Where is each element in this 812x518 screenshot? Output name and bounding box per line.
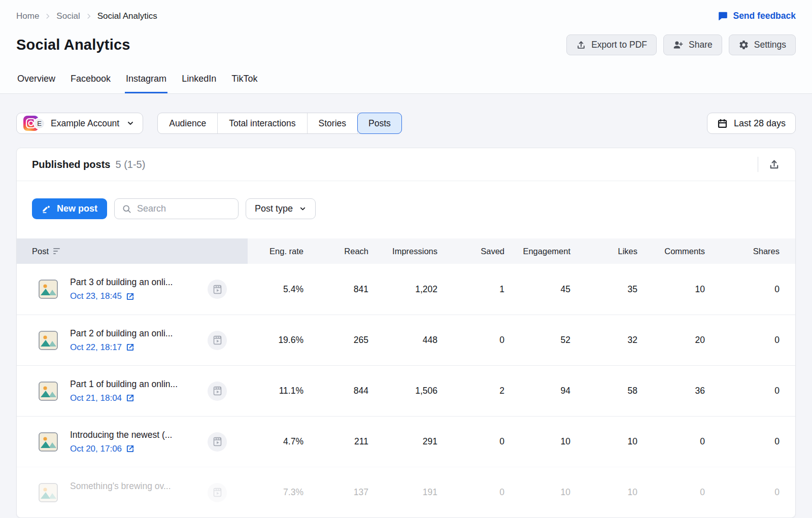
share-button[interactable]: Share (663, 34, 722, 55)
column-header-impressions[interactable]: Impressions (368, 247, 437, 256)
column-header-saved[interactable]: Saved (437, 247, 504, 256)
segment-total-interactions[interactable]: Total interactions (218, 113, 307, 133)
cell-likes: 32 (570, 335, 637, 346)
new-post-label: New post (57, 203, 97, 214)
column-header-likes[interactable]: Likes (570, 247, 637, 256)
cell-impressions: 1,506 (368, 386, 437, 396)
settings-label: Settings (754, 40, 786, 50)
segment-stories[interactable]: Stories (308, 113, 358, 133)
column-header-engagement[interactable]: Engagement (504, 247, 570, 256)
reel-type-icon (208, 432, 227, 452)
tab-facebook[interactable]: Facebook (70, 74, 112, 93)
cell-reach: 844 (303, 386, 368, 396)
cell-eng-rate: 4.7% (248, 436, 303, 447)
post-text-block: Part 1 of building an onlin... Oct 21, 1… (70, 379, 204, 403)
table-row[interactable]: Introducing the newest (... Oct 20, 17:0… (17, 416, 795, 467)
tab-instagram[interactable]: Instagram (125, 74, 167, 93)
post-text-block: Part 2 of building an onli... Oct 22, 18… (70, 328, 204, 353)
external-link-icon (126, 343, 134, 352)
cell-impressions: 1,202 (368, 284, 437, 295)
cell-shares: 0 (705, 436, 795, 447)
post-date-link[interactable]: Oct 22, 18:17 (70, 342, 204, 353)
send-feedback-link[interactable]: Send feedback (718, 11, 796, 21)
post-date-link[interactable]: Oct 23, 18:45 (70, 291, 204, 301)
account-selector[interactable]: E Example Account (16, 113, 143, 134)
post-title-link[interactable]: Something's brewing ov... (70, 481, 171, 491)
segment-audience[interactable]: Audience (158, 113, 218, 133)
chevron-right-icon (85, 13, 92, 20)
post-text-block: Introducing the newest (... Oct 20, 17:0… (70, 430, 204, 454)
post-date-label: Oct 20, 17:06 (70, 444, 122, 454)
instagram-icon: E (23, 116, 46, 131)
top-header: Home Social Social Analytics Send feedba… (0, 0, 812, 94)
post-thumbnail-image-icon (39, 280, 58, 299)
breadcrumb-social[interactable]: Social (56, 11, 80, 21)
person-add-icon (673, 40, 684, 50)
date-range-button[interactable]: Last 28 days (707, 113, 796, 134)
cell-eng-rate: 7.3% (248, 487, 303, 498)
report-segmented-control: Audience Total interactions Stories Post… (157, 113, 402, 134)
share-label: Share (689, 40, 713, 50)
search-icon (122, 204, 131, 214)
settings-button[interactable]: Settings (729, 34, 796, 55)
export-to-pdf-label: Export to PDF (591, 40, 647, 50)
post-text-block: Something's brewing ov... (70, 481, 204, 504)
column-header-comments[interactable]: Comments (637, 247, 705, 256)
post-thumbnail-image-icon (39, 483, 58, 502)
date-range-label: Last 28 days (734, 118, 786, 129)
gear-icon (738, 40, 749, 50)
send-feedback-label: Send feedback (733, 11, 796, 21)
column-header-eng-rate[interactable]: Eng. rate (248, 247, 303, 256)
breadcrumb-home[interactable]: Home (16, 11, 39, 21)
cell-eng-rate: 11.1% (248, 386, 303, 396)
tab-overview[interactable]: Overview (16, 74, 56, 93)
post-title-link[interactable]: Part 2 of building an onli... (70, 328, 173, 338)
tab-linkedin[interactable]: LinkedIn (181, 74, 217, 93)
search-input[interactable] (137, 203, 231, 214)
cell-saved: 0 (437, 487, 504, 498)
table-row[interactable]: Something's brewing ov... 7.3% 137 191 0… (17, 467, 795, 517)
column-header-shares[interactable]: Shares (705, 247, 795, 256)
cell-engagement: 10 (504, 487, 570, 498)
post-title-link[interactable]: Introducing the newest (... (70, 430, 172, 440)
table-row[interactable]: Part 2 of building an onli... Oct 22, 18… (17, 315, 795, 365)
post-type-dropdown[interactable]: Post type (246, 198, 316, 219)
post-date-link[interactable]: Oct 20, 17:06 (70, 444, 204, 454)
chevron-down-icon (299, 205, 307, 213)
reel-type-icon (208, 483, 227, 502)
chevron-down-icon (126, 119, 134, 127)
segment-posts[interactable]: Posts (357, 113, 402, 134)
tab-tiktok[interactable]: TikTok (230, 74, 258, 93)
header-actions: Export to PDF Share Settings (566, 34, 796, 55)
cell-impressions: 291 (368, 436, 437, 447)
post-date-label: Oct 21, 18:04 (70, 393, 122, 403)
export-icon[interactable] (768, 159, 780, 170)
page-title: Social Analytics (16, 37, 130, 53)
external-link-icon (126, 444, 134, 453)
breadcrumb-current: Social Analytics (97, 11, 157, 21)
column-header-reach[interactable]: Reach (303, 247, 368, 256)
new-post-button[interactable]: New post (32, 198, 107, 219)
post-thumbnail-image-icon (39, 382, 58, 401)
export-to-pdf-button[interactable]: Export to PDF (566, 34, 657, 55)
posts-toolbar: New post Post type (17, 181, 795, 238)
cell-likes: 10 (570, 487, 637, 498)
search-box (114, 198, 239, 219)
external-link-icon (126, 394, 134, 402)
cell-reach: 211 (303, 436, 368, 447)
post-title-link[interactable]: Part 3 of building an onli... (70, 277, 173, 287)
column-header-post[interactable]: Post (17, 238, 248, 264)
account-avatar-badge: E (33, 118, 45, 129)
table-row[interactable]: Part 1 of building an onlin... Oct 21, 1… (17, 365, 795, 416)
post-thumbnail-image-icon (39, 331, 58, 350)
table-header: Post Eng. rate Reach Impressions Saved E… (17, 238, 795, 264)
cell-reach: 137 (303, 487, 368, 498)
post-title-link[interactable]: Part 1 of building an onlin... (70, 379, 178, 389)
post-date-link[interactable]: Oct 21, 18:04 (70, 393, 204, 403)
cell-shares: 0 (705, 386, 795, 396)
table-row[interactable]: Part 3 of building an onli... Oct 23, 18… (17, 264, 795, 315)
cell-comments: 10 (637, 284, 705, 295)
cell-reach: 265 (303, 335, 368, 346)
cell-shares: 0 (705, 335, 795, 346)
sort-descending-icon (53, 248, 60, 255)
